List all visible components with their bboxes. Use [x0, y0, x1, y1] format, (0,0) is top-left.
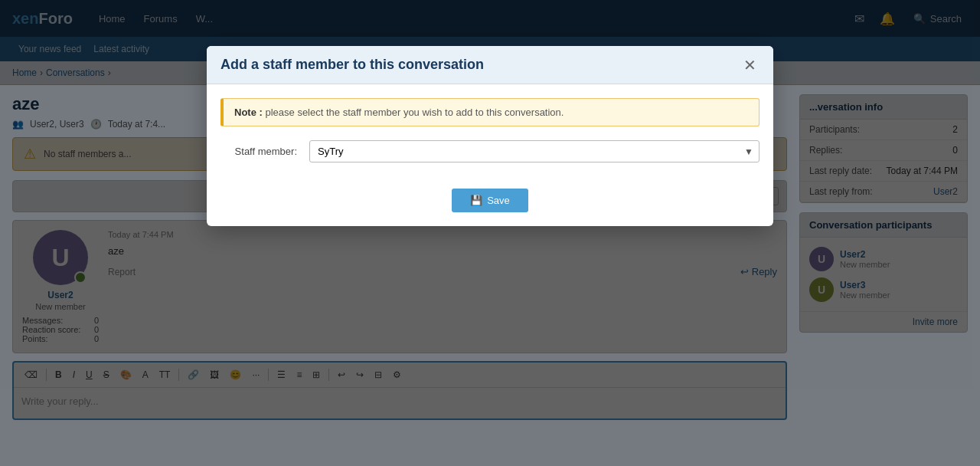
- staff-member-select[interactable]: SyTry: [309, 140, 760, 162]
- modal-note-box: Note : please select the staff member yo…: [220, 98, 760, 126]
- modal-dialog: Add a staff member to this conversation …: [207, 46, 773, 226]
- note-label: Note :: [234, 107, 263, 118]
- save-icon: 💾: [470, 195, 482, 206]
- note-text: please select the staff member you wish …: [265, 107, 564, 118]
- modal-title: Add a staff member to this conversation: [220, 57, 484, 73]
- modal-body: Note : please select the staff member yo…: [207, 84, 773, 189]
- save-label: Save: [487, 195, 510, 206]
- modal-overlay: Add a staff member to this conversation …: [0, 0, 980, 466]
- modal-close-button[interactable]: ✕: [740, 57, 760, 73]
- staff-member-label: Staff member:: [220, 146, 297, 157]
- save-button[interactable]: 💾 Save: [452, 189, 528, 212]
- staff-member-row: Staff member: SyTry ▼: [220, 140, 760, 162]
- modal-footer: 💾 Save: [207, 189, 773, 226]
- modal-header: Add a staff member to this conversation …: [207, 46, 773, 84]
- staff-member-select-wrapper: SyTry ▼: [309, 140, 760, 162]
